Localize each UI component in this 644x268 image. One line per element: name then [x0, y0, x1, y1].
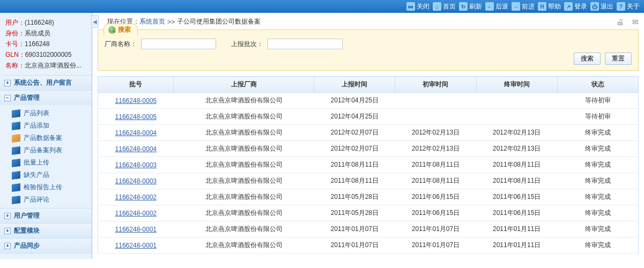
cell-submit: 2011年05月28日: [314, 189, 395, 205]
cell-submit: 2011年08月11日: [314, 173, 395, 189]
search-button[interactable]: 搜索: [574, 53, 601, 65]
batch-link[interactable]: 1166248-0005: [115, 97, 157, 105]
search-icon: 🔍: [108, 26, 116, 34]
cell-first: 2012年02月13日: [395, 141, 476, 157]
cell-status: 终审完成: [557, 125, 638, 141]
book-icon: [12, 146, 20, 154]
batch-link[interactable]: 1166248-0001: [115, 226, 157, 233]
sidebar-collapse-handle[interactable]: ◀: [91, 15, 99, 28]
menu-sync[interactable]: +产品同步: [0, 239, 92, 253]
book-icon: [12, 109, 20, 117]
forward-icon: →: [512, 2, 520, 11]
toolbar-login[interactable]: ↗登录: [564, 2, 587, 11]
col-header-3: 初审时间: [395, 77, 476, 93]
cell-batch: 1166248-0003: [98, 157, 174, 173]
table-row: 1166248-0001北京燕京啤酒股份有限公司2011年01月07日2011年…: [98, 221, 639, 237]
breadcrumb-current: 子公司使用集团公司数据备案: [177, 17, 261, 26]
cell-status: 等待初审: [557, 109, 638, 125]
cell-submit: 2011年08月11日: [314, 157, 395, 173]
about-icon: ?: [617, 2, 625, 11]
toolbar-about[interactable]: ?关于: [617, 2, 640, 11]
reset-button[interactable]: 重置: [605, 53, 632, 65]
cell-submit: 2011年01月07日: [314, 237, 395, 254]
home-icon: ⌂: [433, 2, 441, 11]
expand-icon: +: [4, 243, 11, 249]
cell-first: 2011年01月07日: [395, 221, 476, 237]
menu-config[interactable]: +配置模块: [0, 224, 92, 238]
breadcrumb: 现在位置： 系统首页 >> 子公司使用集团公司数据备案 🖨 ✉: [98, 15, 639, 29]
toolbar-help[interactable]: H帮助: [538, 2, 561, 11]
menu-product-mgmt[interactable]: −产品管理: [0, 91, 92, 105]
batch-link[interactable]: 1166248-0005: [115, 113, 157, 121]
search-legend: 🔍搜索: [103, 24, 138, 35]
sidebar-item-label: 产品数据备案: [24, 133, 62, 143]
batch-input[interactable]: [268, 39, 343, 49]
exit-icon: ⏻: [590, 2, 599, 11]
vendor-name-label: 厂商名称：: [105, 40, 137, 49]
cell-vendor: 北京燕京啤酒股份有限公司: [174, 109, 314, 125]
sidebar-item-product-7[interactable]: 产品评论: [10, 193, 92, 206]
menu-notice[interactable]: +系统公告、用户留言: [0, 76, 92, 90]
search-panel: 🔍搜索 厂商名称： 上报批次： 搜索 重置: [98, 29, 639, 71]
user-label: 用户：: [5, 19, 25, 26]
name-label: 名称：: [5, 62, 25, 69]
breadcrumb-home[interactable]: 系统首页: [139, 17, 165, 26]
cell-final: [476, 93, 557, 109]
toolbar-exit[interactable]: ⏻退出: [590, 2, 613, 11]
sidebar-item-label: 缺失产品: [24, 170, 49, 180]
book-icon: [12, 133, 20, 142]
toolbar-refresh[interactable]: ↻刷新: [459, 2, 482, 11]
sidebar-item-product-5[interactable]: 缺失产品: [10, 169, 92, 181]
batch-link[interactable]: 1166248-0002: [115, 193, 157, 201]
batch-link[interactable]: 1166248-0003: [115, 177, 157, 185]
cell-vendor: 北京燕京啤酒股份有限公司: [174, 157, 314, 173]
sidebar-item-product-0[interactable]: 产品列表: [10, 107, 92, 120]
toolbar-close[interactable]: ⏮关闭: [406, 2, 430, 11]
user-value: (1166248): [25, 19, 54, 26]
cell-batch: 1166248-0005: [98, 109, 174, 125]
breadcrumb-sep: >>: [167, 18, 175, 26]
cell-final: 2011年06月15日: [476, 189, 557, 205]
cell-vendor: 北京燕京啤酒股份有限公司: [174, 237, 314, 254]
cell-first: 2012年02月13日: [395, 125, 476, 141]
vendor-name-input[interactable]: [141, 39, 216, 49]
col-header-4: 终审时间: [476, 77, 557, 93]
expand-icon: +: [4, 80, 11, 86]
sidebar-item-label: 检验报告上传: [24, 183, 62, 192]
batch-link[interactable]: 1166248-0001: [115, 242, 157, 249]
sidebar-item-product-6[interactable]: 检验报告上传: [10, 181, 92, 193]
sidebar-item-product-1[interactable]: 产品添加: [10, 120, 92, 132]
toolbar-home[interactable]: ⌂首页: [433, 2, 456, 11]
batch-link[interactable]: 1166248-0004: [115, 145, 157, 153]
sidebar-item-product-3[interactable]: 产品备案列表: [10, 144, 92, 157]
cell-first: 2011年06月15日: [395, 189, 476, 205]
print-icon[interactable]: 🖨: [616, 18, 624, 26]
sidebar-item-product-4[interactable]: 批量上传: [10, 157, 92, 169]
batch-link[interactable]: 1166248-0003: [115, 161, 157, 169]
table-row: 1166248-0005北京燕京啤酒股份有限公司2012年04月25日等待初审: [98, 93, 639, 109]
name-value: 北京燕京啤酒股份...: [25, 62, 82, 69]
sidebar-item-product-2[interactable]: 产品数据备案: [10, 132, 92, 144]
batch-link[interactable]: 1166248-0004: [115, 129, 157, 137]
table-row: 1166248-0004北京燕京啤酒股份有限公司2012年02月07日2012年…: [98, 125, 639, 141]
cell-batch: 1166248-0002: [98, 205, 174, 221]
data-table: 批号上报厂商上报时间初审时间终审时间状态 1166248-0005北京燕京啤酒股…: [98, 76, 639, 254]
cell-final: 2011年08月11日: [476, 173, 557, 189]
toolbar-back[interactable]: ←后退: [485, 2, 508, 11]
sidebar-item-label: 产品评论: [24, 195, 49, 204]
main-content: ◀ 现在位置： 系统首页 >> 子公司使用集团公司数据备案 🖨 ✉ 🔍搜索 厂商…: [92, 13, 644, 259]
back-icon: ←: [485, 2, 494, 11]
top-toolbar: ⏮关闭 ⌂首页 ↻刷新 ←后退 →前进 H帮助 ↗登录 ⏻退出 ?关于: [0, 0, 644, 13]
cell-submit: 2012年04月25日: [314, 109, 395, 125]
table-row: 1166248-0001北京燕京啤酒股份有限公司2011年01月07日2011年…: [98, 237, 639, 254]
mail-icon[interactable]: ✉: [632, 18, 639, 26]
cell-submit: 2012年02月07日: [314, 141, 395, 157]
batch-link[interactable]: 1166248-0002: [115, 210, 157, 217]
cell-submit: 2012年02月07日: [314, 125, 395, 141]
sidebar: 用户：(1166248) 身份：系统成员 卡号：1166248 GLN：6903…: [0, 13, 92, 259]
menu-user-mgmt[interactable]: +用户管理: [0, 209, 92, 223]
card-label: 卡号：: [5, 40, 25, 48]
user-info: 用户：(1166248) 身份：系统成员 卡号：1166248 GLN：6903…: [0, 13, 92, 76]
toolbar-forward[interactable]: →前进: [512, 2, 535, 11]
sidebar-item-label: 批量上传: [24, 158, 49, 167]
